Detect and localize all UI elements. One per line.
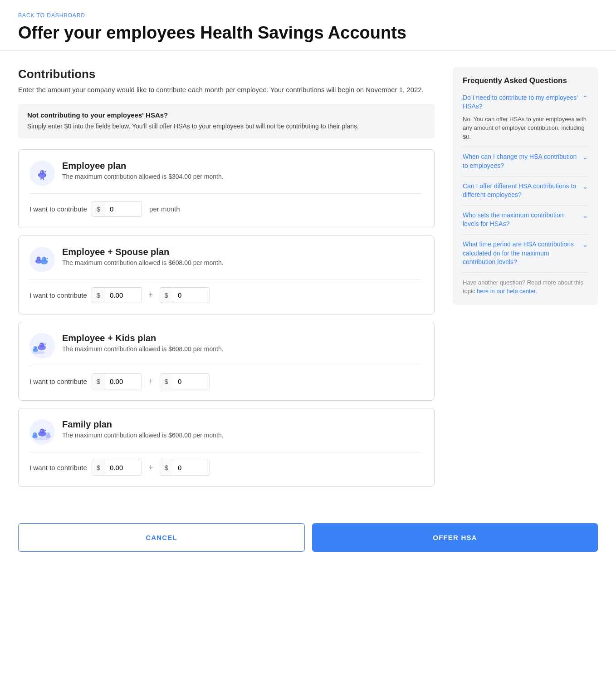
svg-point-40: [33, 437, 49, 440]
kids-amount-input-group-2[interactable]: $: [160, 373, 210, 389]
family-plan-name: Family plan: [62, 419, 224, 430]
kids-amount-input-group-1[interactable]: $: [92, 373, 142, 389]
section-description: Enter the amount your company would like…: [18, 85, 435, 95]
spouse-plus-sign: +: [147, 290, 155, 300]
svg-point-35: [34, 434, 35, 434]
faq-item-5: What time period are HSA contributions c…: [463, 240, 588, 273]
faq-question-5: What time period are HSA contributions c…: [463, 240, 582, 267]
spouse-plan-name: Employee + Spouse plan: [62, 247, 224, 257]
employee-amount-input[interactable]: [105, 201, 142, 216]
spouse-dollar-prefix-2: $: [160, 288, 173, 303]
faq-chevron-3: ⌄: [582, 183, 588, 190]
faq-box: Frequently Asked Questions Do I need to …: [453, 67, 598, 305]
family-amount-input-group-1[interactable]: $: [92, 460, 142, 476]
svg-point-2: [40, 170, 44, 175]
kids-plan-icon: [29, 333, 55, 358]
kids-plus-sign: +: [147, 377, 155, 386]
kids-contribution-row: I want to contribute $ + $: [29, 373, 421, 389]
cancel-button[interactable]: CANCEL: [18, 523, 305, 552]
faq-item-4: Who sets the maximum contribution levels…: [463, 211, 588, 235]
page-header: BACK TO DASHBOARD Offer your employees H…: [0, 0, 616, 51]
svg-point-31: [41, 431, 42, 431]
family-amount-input-group-2[interactable]: $: [160, 460, 210, 476]
left-column: Contributions Enter the amount your comp…: [18, 67, 435, 495]
kids-contribution-label: I want to contribute: [29, 378, 87, 385]
kids-plan-max: The maximum contribution allowed is $608…: [62, 345, 224, 353]
faq-chevron-1: ⌃: [582, 94, 588, 102]
faq-question-1-row[interactable]: Do I need to contribute to my employees'…: [463, 93, 588, 111]
family-amount-input-1[interactable]: [105, 460, 142, 475]
offer-hsa-button[interactable]: OFFER HSA: [312, 523, 598, 552]
svg-point-25: [35, 348, 35, 348]
faq-question-4-row[interactable]: Who sets the maximum contribution levels…: [463, 211, 588, 229]
footer-buttons: CANCEL OFFER HSA: [0, 512, 616, 570]
spouse-plan-card: Employee + Spouse plan The maximum contr…: [18, 236, 435, 314]
kids-amount-input-2[interactable]: [173, 374, 210, 389]
svg-point-14: [42, 257, 46, 261]
family-dollar-prefix-1: $: [92, 460, 105, 475]
page-title: Offer your employees Health Savings Acco…: [18, 23, 598, 43]
faq-chevron-4: ⌄: [582, 212, 588, 219]
kids-plan-info: Employee + Kids plan The maximum contrib…: [62, 333, 224, 353]
svg-point-26: [32, 351, 45, 354]
main-content: Contributions Enter the amount your comp…: [0, 51, 616, 513]
kids-plan-header: Employee + Kids plan The maximum contrib…: [29, 333, 421, 358]
faq-help-center-link[interactable]: here in our help center.: [477, 288, 537, 295]
faq-item-2: When can I change my HSA contribution to…: [463, 152, 588, 176]
svg-point-21: [41, 344, 41, 345]
family-amount-input-2[interactable]: [173, 460, 210, 475]
employee-contribution-label: I want to contribute: [29, 205, 87, 213]
spouse-contribution-row: I want to contribute $ + $: [29, 287, 421, 303]
kids-plan-card: Employee + Kids plan The maximum contrib…: [18, 322, 435, 401]
employee-plan-header: Employee plan The maximum contribution a…: [29, 161, 421, 186]
family-plan-card: Family plan The maximum contribution all…: [18, 408, 435, 487]
faq-question-5-row[interactable]: What time period are HSA contributions c…: [463, 240, 588, 267]
spouse-dollar-prefix-1: $: [92, 288, 105, 303]
kids-amount-input-1[interactable]: [105, 374, 142, 389]
svg-point-29: [40, 429, 45, 434]
employee-plan-info: Employee plan The maximum contribution a…: [62, 161, 224, 180]
employee-contribution-row: I want to contribute $ per month: [29, 201, 421, 217]
spouse-plan-icon: [29, 247, 55, 272]
family-plan-max: The maximum contribution allowed is $608…: [62, 432, 224, 439]
faq-question-1: Do I need to contribute to my employees'…: [463, 93, 582, 111]
svg-point-19: [39, 343, 44, 347]
faq-question-3-row[interactable]: Can I offer different HSA contributions …: [463, 182, 588, 200]
svg-line-7: [43, 178, 44, 180]
spouse-amount-input-2[interactable]: [173, 288, 210, 303]
employee-amount-input-group[interactable]: $: [92, 201, 142, 217]
spouse-amount-input-group-2[interactable]: $: [160, 287, 210, 303]
svg-point-12: [39, 258, 39, 259]
back-to-dashboard-link[interactable]: BACK TO DASHBOARD: [18, 12, 85, 19]
family-plan-info: Family plan The maximum contribution all…: [62, 419, 224, 439]
family-dollar-prefix-2: $: [160, 460, 173, 475]
faq-chevron-2: ⌄: [582, 153, 588, 161]
svg-point-16: [43, 259, 44, 259]
faq-footer: Have another question? Read more about t…: [463, 278, 588, 296]
family-contribution-label: I want to contribute: [29, 464, 87, 471]
faq-question-3: Can I offer different HSA contributions …: [463, 182, 582, 200]
spouse-amount-input-1[interactable]: [105, 288, 142, 303]
spouse-contribution-label: I want to contribute: [29, 291, 87, 299]
employee-plan-icon: [29, 161, 55, 186]
section-title: Contributions: [18, 67, 435, 81]
info-box-text: Simply enter $0 into the fields below. Y…: [27, 122, 425, 131]
svg-point-39: [48, 434, 48, 434]
faq-question-4: Who sets the maximum contribution levels…: [463, 211, 582, 229]
faq-answer-1: No. You can offer HSAs to your employees…: [463, 115, 588, 142]
svg-point-37: [46, 432, 50, 436]
employee-plan-name: Employee plan: [62, 161, 224, 171]
employee-plan-card: Employee plan The maximum contribution a…: [18, 149, 435, 228]
svg-point-4: [41, 172, 42, 172]
employee-per-month: per month: [149, 205, 180, 213]
spouse-plan-info: Employee + Spouse plan The maximum contr…: [62, 247, 224, 266]
faq-chevron-5: ⌄: [582, 241, 588, 248]
faq-question-2-row[interactable]: When can I change my HSA contribution to…: [463, 152, 588, 170]
family-plan-header: Family plan The maximum contribution all…: [29, 419, 421, 445]
kids-dollar-prefix-2: $: [160, 374, 173, 389]
faq-item-1: Do I need to contribute to my employees'…: [463, 93, 588, 147]
svg-line-6: [41, 178, 41, 180]
info-box-title: Not contributing to your employees' HSAs…: [27, 111, 425, 119]
employee-dollar-prefix: $: [92, 201, 105, 216]
spouse-amount-input-group-1[interactable]: $: [92, 287, 142, 303]
